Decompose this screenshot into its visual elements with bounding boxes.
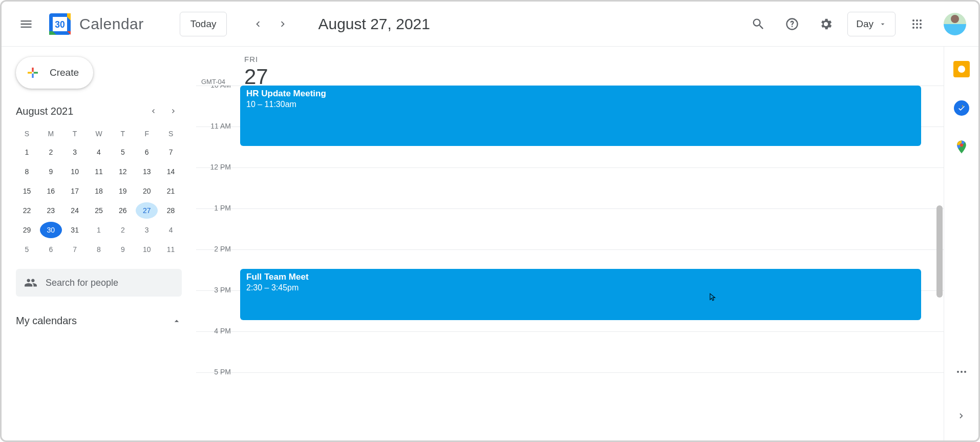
account-avatar[interactable] [944,13,966,35]
today-button[interactable]: Today [180,12,227,36]
mini-day[interactable]: 17 [64,183,86,199]
google-apps-button[interactable] [905,12,929,36]
mini-day[interactable]: 28 [160,202,182,219]
mini-day[interactable]: 18 [88,183,110,199]
mini-day[interactable]: 25 [88,202,110,219]
hour-row[interactable]: 12 PM [196,167,944,208]
maps-icon [954,139,969,155]
hour-label: 12 PM [196,163,237,203]
mini-day[interactable]: 24 [64,202,86,219]
search-people-button[interactable]: Search for people [16,269,182,297]
calendar-event[interactable]: Full Team Meet2:30 – 3:45pm [240,269,921,320]
hide-side-panel-button[interactable] [952,407,971,425]
tasks-icon [954,100,969,116]
mini-day[interactable]: 21 [160,183,182,199]
mini-day[interactable]: 26 [112,202,134,219]
hour-label: 5 PM [196,368,237,408]
mini-day[interactable]: 27 [136,202,158,219]
mini-day[interactable]: 4 [160,222,182,238]
mini-day[interactable]: 23 [40,202,62,219]
search-people-label: Search for people [46,278,118,288]
mini-day[interactable]: 22 [16,202,38,219]
view-label: Day [856,18,874,30]
hour-row[interactable]: 4 PM [196,331,944,372]
mini-day[interactable]: 6 [40,241,62,258]
chevron-right-icon [169,107,178,115]
mini-day[interactable]: 3 [64,144,86,160]
time-grid[interactable]: 10 AM11 AM12 PM1 PM2 PM3 PM4 PM5 PMHR Up… [196,86,944,440]
mini-day[interactable]: 13 [136,163,158,180]
mini-day[interactable]: 10 [136,241,158,258]
mini-day[interactable]: 2 [112,222,134,238]
mini-day[interactable]: 5 [112,144,134,160]
hour-row[interactable]: 1 PM [196,208,944,249]
mini-dow: F [136,127,158,141]
mini-day[interactable]: 6 [136,144,158,160]
app-name: Calendar [79,15,144,33]
mini-day[interactable]: 29 [16,222,38,238]
create-label: Create [50,67,79,78]
day-of-week: FRI [244,55,268,64]
hour-label: 3 PM [196,286,237,326]
maps-app-button[interactable] [952,138,971,156]
scrollbar[interactable] [936,205,943,298]
mini-day[interactable]: 11 [88,163,110,180]
more-addons-button[interactable] [952,363,971,381]
main-menu-button[interactable] [14,12,38,36]
mini-day[interactable]: 19 [112,183,134,199]
mini-day[interactable]: 2 [40,144,62,160]
keep-app-button[interactable] [952,60,971,78]
mini-day[interactable]: 14 [160,163,182,180]
tasks-app-button[interactable] [952,99,971,117]
mini-day[interactable]: 20 [136,183,158,199]
mini-day[interactable]: 16 [40,183,62,199]
mini-day[interactable]: 31 [64,222,86,238]
hour-label: 1 PM [196,204,237,244]
hour-label: 2 PM [196,245,237,285]
settings-button[interactable] [814,12,838,36]
date-title: August 27, 2021 [318,15,430,33]
mini-next-month[interactable] [165,103,182,119]
mini-day[interactable]: 4 [88,144,110,160]
calendar-logo-icon: 30 [46,10,74,38]
mini-day[interactable]: 8 [88,241,110,258]
svg-point-9 [912,27,914,29]
search-icon [751,17,765,31]
mini-day[interactable]: 15 [16,183,38,199]
my-calendars-toggle[interactable]: My calendars [16,315,182,327]
mini-prev-month[interactable] [145,103,161,119]
mini-day[interactable]: 9 [40,163,62,180]
mini-day[interactable]: 12 [112,163,134,180]
hour-row[interactable]: 5 PM [196,372,944,413]
next-day-button[interactable] [272,13,294,35]
mini-day[interactable]: 9 [112,241,134,258]
search-button[interactable] [746,12,771,36]
create-button[interactable]: Create [16,57,93,89]
dropdown-icon [879,20,887,28]
mini-day[interactable]: 7 [160,144,182,160]
mini-day[interactable]: 5 [16,241,38,258]
mini-day[interactable]: 11 [160,241,182,258]
svg-point-14 [961,371,963,373]
mini-dow: T [112,127,134,141]
logo[interactable]: 30 Calendar [46,10,144,38]
header: 30 Calendar Today August 27, 2021 Day [2,2,978,47]
view-selector[interactable]: Day [847,12,896,36]
calendar-event[interactable]: HR Update Meeting10 – 11:30am [240,86,921,146]
svg-point-13 [957,371,959,373]
mini-day[interactable]: 3 [136,222,158,238]
mini-day[interactable]: 8 [16,163,38,180]
mini-day[interactable]: 7 [64,241,86,258]
people-icon [24,276,37,289]
chevron-left-icon [149,107,157,115]
prev-day-button[interactable] [246,13,269,35]
hamburger-icon [19,17,33,31]
support-button[interactable] [780,12,804,36]
gear-icon [819,17,833,31]
mini-day[interactable]: 10 [64,163,86,180]
mini-day[interactable]: 1 [16,144,38,160]
mini-day[interactable]: 1 [88,222,110,238]
apps-grid-icon [911,18,923,30]
mini-day[interactable]: 30 [40,222,62,238]
svg-point-12 [960,143,963,146]
